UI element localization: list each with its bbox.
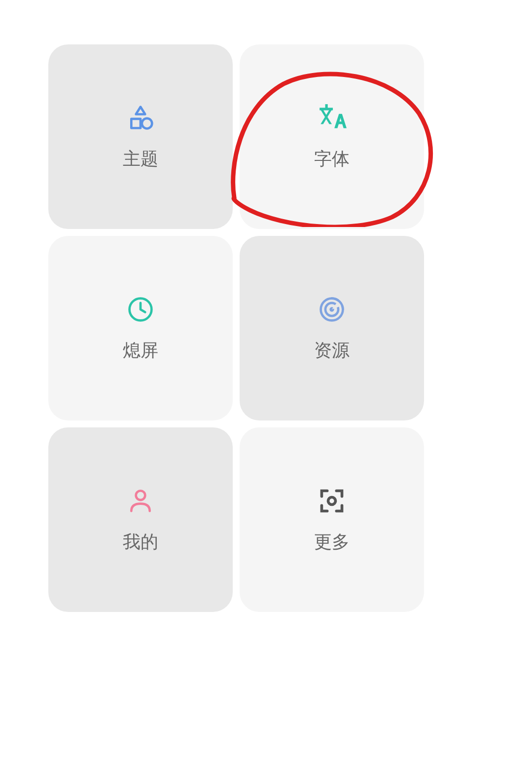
tile-theme[interactable]: 主题 — [48, 44, 233, 229]
svg-rect-4 — [325, 104, 328, 109]
menu-grid: 主题 字体 熄屏 — [48, 44, 424, 612]
tile-label: 我的 — [123, 530, 158, 554]
tile-resources[interactable]: 资源 — [240, 236, 424, 420]
svg-point-13 — [328, 497, 336, 504]
scan-icon — [317, 486, 347, 516]
svg-point-12 — [136, 491, 145, 500]
tile-label: 熄屏 — [123, 339, 158, 363]
tile-label: 更多 — [314, 530, 350, 554]
person-icon — [125, 486, 156, 516]
tile-mine[interactable]: 我的 — [48, 427, 233, 612]
svg-rect-1 — [131, 118, 141, 128]
shapes-icon — [125, 103, 156, 133]
svg-point-2 — [142, 118, 152, 128]
translate-icon — [317, 103, 347, 133]
tile-label: 主题 — [123, 147, 158, 171]
tile-more[interactable]: 更多 — [240, 427, 424, 612]
tile-label: 资源 — [314, 339, 350, 363]
tile-label: 字体 — [314, 147, 350, 171]
radar-icon — [317, 294, 347, 325]
tile-aod[interactable]: 熄屏 — [48, 236, 233, 420]
tile-font[interactable]: 字体 — [240, 44, 424, 229]
clock-icon — [125, 294, 156, 325]
svg-marker-0 — [136, 107, 145, 114]
